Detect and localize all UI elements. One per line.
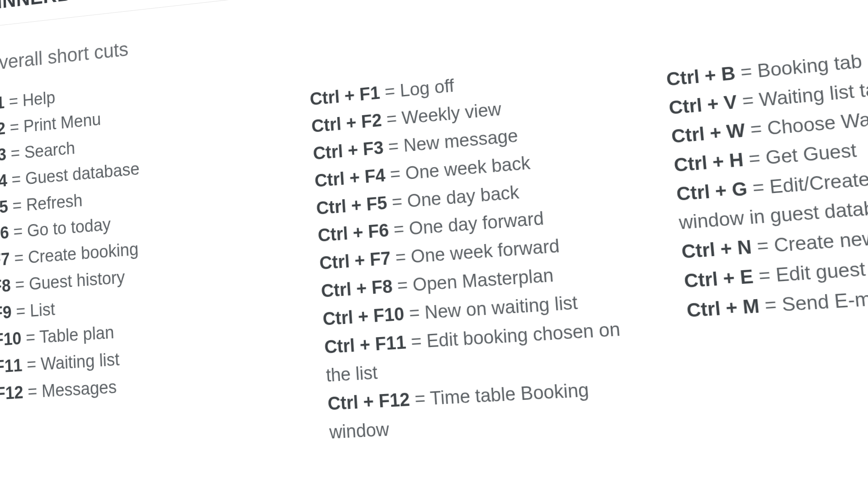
shortcut-description: = Table plan <box>21 323 115 348</box>
shortcut-key: F6 <box>0 223 9 244</box>
shortcut-description: = Waiting list <box>22 349 120 375</box>
shortcut-key: Ctrl + E <box>683 266 754 292</box>
shortcut-description: = Send E-mail <box>758 287 868 317</box>
shortcut-description: = Messages <box>23 377 117 402</box>
shortcut-column-fkeys: F1 = HelpF2 = Print MenuF3 = SearchF4 = … <box>0 63 285 408</box>
shortcut-key: Ctrl + F11 <box>324 332 406 357</box>
shortcut-key: F5 <box>0 197 8 217</box>
shortcut-key: Ctrl + B <box>665 63 736 89</box>
shortcut-key: Ctrl + F10 <box>322 304 405 329</box>
shortcut-key: Ctrl + H <box>673 149 745 175</box>
shortcut-key: Ctrl + G <box>676 178 748 204</box>
shortcut-description: = Log off <box>379 75 455 102</box>
shortcut-key: Ctrl + M <box>686 296 760 321</box>
shortcut-column-ctrl-letters: Ctrl + B = Booking tabCtrl + V = Waiting… <box>661 0 868 326</box>
shortcut-key: Ctrl + N <box>681 237 753 263</box>
shortcut-key: Ctrl + W <box>670 120 746 146</box>
shortcut-key: F11 <box>0 356 23 376</box>
document-sheet: DINNERBOOKING APP HOTKEYS Overall short … <box>0 0 868 488</box>
shortcut-key: Ctrl + F3 <box>312 137 384 163</box>
shortcut-description: = List <box>11 300 56 322</box>
shortcut-key: Ctrl + F5 <box>316 192 387 218</box>
shortcut-description: = Guest history <box>10 267 125 295</box>
shortcut-key: Ctrl + F1 <box>309 83 381 109</box>
shortcut-key: F9 <box>0 303 12 323</box>
shortcut-key: F12 <box>0 382 24 403</box>
shortcut-key: F8 <box>0 276 11 296</box>
shortcut-key: Ctrl + F2 <box>311 110 382 136</box>
shortcut-description: = Refresh <box>8 191 83 216</box>
shortcut-key: Ctrl + F4 <box>314 165 386 191</box>
shortcut-description: = Print Menu <box>5 110 101 137</box>
shortcut-description: = Go to today <box>9 215 111 242</box>
shortcut-key: Ctrl + F6 <box>317 221 390 246</box>
shortcut-description: = Help <box>4 88 55 112</box>
shortcut-columns: F1 = HelpF2 = Print MenuF3 = SearchF4 = … <box>0 0 868 462</box>
shortcut-description: = Get Guest <box>742 140 858 170</box>
shortcut-column-ctrl-fkeys: Ctrl + F1 = Log offCtrl + F2 = Weekly vi… <box>307 27 651 446</box>
shortcut-description: = Edit guest <box>752 258 866 287</box>
shortcut-description: = Search <box>6 138 75 163</box>
shortcut-key: Ctrl + V <box>668 92 738 118</box>
shortcut-key: F7 <box>0 249 10 270</box>
shortcut-key: Ctrl + F8 <box>321 277 393 301</box>
shortcut-key: F10 <box>0 328 22 349</box>
shortcut-key: Ctrl + F7 <box>319 249 391 273</box>
shortcut-key: Ctrl + F12 <box>327 389 410 414</box>
